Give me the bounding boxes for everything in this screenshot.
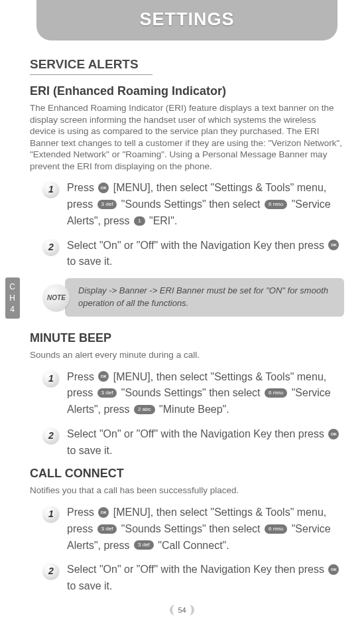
step-number-badge: 2 xyxy=(43,239,59,255)
minute-beep-title: MINUTE BEEP xyxy=(30,331,344,345)
step-text: Press OK [MENU], then select "Settings &… xyxy=(67,505,344,554)
eri-block: ERI (Enhanced Roaming Indicator) The Enh… xyxy=(30,84,344,317)
eri-step-1: 1 Press OK [MENU], then select "Settings… xyxy=(43,180,344,229)
text-part: to save it. xyxy=(67,580,112,591)
ok-key-icon: OK xyxy=(98,507,109,518)
step-text: Press OK [MENU], then select "Settings &… xyxy=(67,369,344,418)
text-part: "Sounds Settings" then select xyxy=(118,387,263,398)
key-1-icon: 1 xyxy=(134,216,145,226)
step-number-badge: 1 xyxy=(43,181,59,197)
key-3-icon: 3 def xyxy=(97,524,117,534)
minute-beep-description: Sounds an alert every minute during a ca… xyxy=(30,349,344,361)
eri-note: NOTE Display -> Banner -> ERI Banner mus… xyxy=(43,278,344,317)
ok-key-icon: OK xyxy=(328,240,339,250)
text-part: Select "On" or "Off" with the Navigation… xyxy=(67,428,327,439)
page-number: 54 xyxy=(170,605,194,615)
step-text: Press OK [MENU], then select "Settings &… xyxy=(67,180,344,229)
key-3-icon: 3 def xyxy=(134,540,154,550)
minute-step-1: 1 Press OK [MENU], then select "Settings… xyxy=(43,369,344,418)
chapter-tab: C H 4 xyxy=(5,277,20,319)
call-connect-description: Notifies you that a call has been succes… xyxy=(30,485,344,497)
section-title: SERVICE ALERTS xyxy=(30,57,344,72)
step-number-badge: 1 xyxy=(43,506,59,522)
key-3-icon: 3 def xyxy=(97,200,117,209)
minute-beep-block: MINUTE BEEP Sounds an alert every minute… xyxy=(30,331,344,459)
note-icon: NOTE xyxy=(43,284,70,311)
key-6-icon: 6 mno xyxy=(265,388,287,398)
text-part: to save it. xyxy=(67,256,112,267)
text-part: Select "On" or "Off" with the Navigation… xyxy=(67,564,327,575)
minute-step-2: 2 Select "On" or "Off" with the Navigati… xyxy=(43,426,344,459)
chapter-tab-line: H xyxy=(5,293,20,304)
key-2-icon: 2 abc xyxy=(134,405,155,414)
header-bar: SETTINGS xyxy=(36,0,337,40)
step-number-badge: 1 xyxy=(43,370,59,386)
text-part: "Call Connect". xyxy=(155,540,229,551)
step-text: Select "On" or "Off" with the Navigation… xyxy=(67,562,344,595)
key-6-icon: 6 mno xyxy=(265,524,287,534)
call-connect-title: CALL CONNECT xyxy=(30,467,344,481)
text-part: "Sounds Settings" then select xyxy=(118,523,263,534)
text-part: Press xyxy=(67,371,97,382)
text-part: to save it. xyxy=(67,445,112,456)
call-connect-block: CALL CONNECT Notifies you that a call ha… xyxy=(30,467,344,595)
ok-key-icon: OK xyxy=(98,371,109,382)
eri-title: ERI (Enhanced Roaming Indicator) xyxy=(30,84,344,98)
note-text: Display -> Banner -> ERI Banner must be … xyxy=(65,278,344,317)
step-text: Select "On" or "Off" with the Navigation… xyxy=(67,238,344,271)
call-step-1: 1 Press OK [MENU], then select "Settings… xyxy=(43,505,344,554)
ok-key-icon: OK xyxy=(98,183,109,193)
header-title: SETTINGS xyxy=(36,9,337,30)
text-part: Press xyxy=(67,182,97,193)
page-number-wrap: 54 xyxy=(0,603,364,615)
step-number-badge: 2 xyxy=(43,563,59,579)
step-number-badge: 2 xyxy=(43,428,59,443)
text-part: Select "On" or "Off" with the Navigation… xyxy=(67,240,327,251)
ok-key-icon: OK xyxy=(328,429,339,439)
text-part: "ERI". xyxy=(147,215,178,226)
eri-step-2: 2 Select "On" or "Off" with the Navigati… xyxy=(43,238,344,271)
step-text: Select "On" or "Off" with the Navigation… xyxy=(67,426,344,459)
text-part: "Sounds Settings" then select xyxy=(118,198,263,210)
section-rule xyxy=(30,74,152,75)
text-part: Press xyxy=(67,506,97,518)
page: SETTINGS C H 4 SERVICE ALERTS ERI (Enhan… xyxy=(0,0,364,622)
call-step-2: 2 Select "On" or "Off" with the Navigati… xyxy=(43,562,344,595)
ok-key-icon: OK xyxy=(328,564,339,575)
chapter-tab-line: C xyxy=(5,281,20,293)
key-3-icon: 3 def xyxy=(97,388,117,398)
chapter-tab-line: 4 xyxy=(5,304,20,315)
eri-description: The Enhanced Roaming Indicator (ERI) fea… xyxy=(30,102,344,172)
key-6-icon: 6 mno xyxy=(265,200,287,209)
text-part: "Minute Beep". xyxy=(156,404,229,415)
